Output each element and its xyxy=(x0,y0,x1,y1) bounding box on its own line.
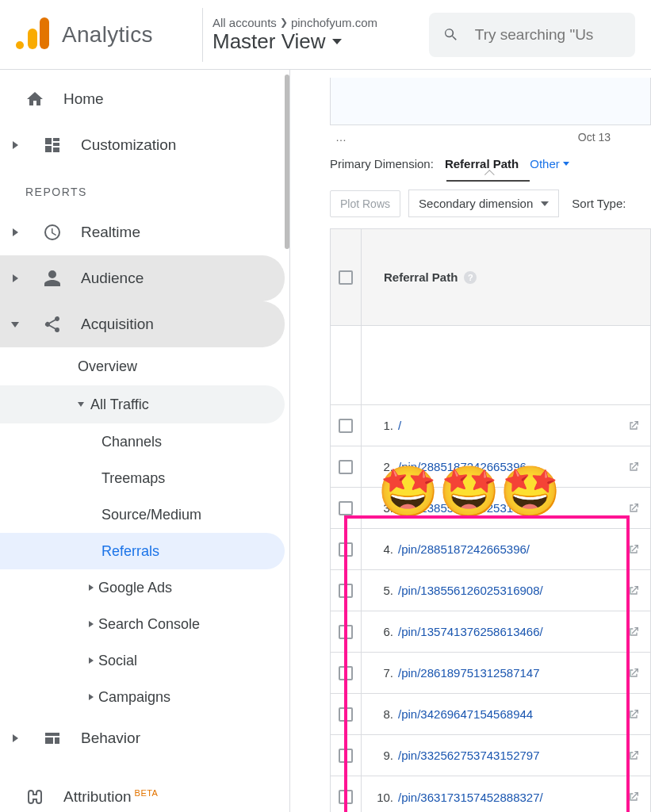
search-input[interactable] xyxy=(475,26,621,44)
app-title: Analytics xyxy=(62,22,153,48)
table-header: Referral Path ? xyxy=(331,229,650,326)
highlight-annotation xyxy=(344,515,630,812)
other-label: Other xyxy=(530,157,560,170)
caret-right-icon xyxy=(6,274,24,282)
nav-search-console-label: Search Console xyxy=(98,616,200,633)
referral-path-link[interactable]: / xyxy=(398,419,617,432)
caret-right-icon xyxy=(89,584,94,591)
nav-audience[interactable]: Audience xyxy=(0,255,285,301)
nav-social[interactable]: Social xyxy=(0,642,285,679)
totals-row xyxy=(331,326,650,405)
nav-realtime[interactable]: Realtime xyxy=(0,209,285,255)
sort-type-label: Sort Type: xyxy=(572,197,626,210)
table-row: 1. / xyxy=(331,405,650,446)
behavior-icon xyxy=(43,729,62,748)
caret-down-icon xyxy=(332,39,342,44)
active-tab-indicator xyxy=(446,177,530,182)
reports-header: REPORTS xyxy=(0,168,289,209)
caret-down-icon xyxy=(6,322,24,327)
caret-right-icon xyxy=(89,657,94,664)
caret-right-icon xyxy=(6,228,24,236)
nav-campaigns[interactable]: Campaigns xyxy=(0,679,285,715)
th-referral-path[interactable]: Referral Path ? xyxy=(362,270,650,284)
nav-google-ads-label: Google Ads xyxy=(98,580,172,596)
logo-block: Analytics xyxy=(16,17,202,52)
header: Analytics All accounts ❯ pinchofyum.com … xyxy=(0,0,651,70)
view-dropdown[interactable]: Master View xyxy=(213,29,377,54)
nav-home[interactable]: Home xyxy=(0,76,285,122)
row-checkbox[interactable] xyxy=(331,460,361,474)
caret-right-icon xyxy=(89,694,94,700)
row-checkbox[interactable] xyxy=(331,501,361,515)
analytics-logo-icon xyxy=(16,17,51,52)
clock-icon xyxy=(43,223,62,242)
nav-treemaps[interactable]: Treemaps xyxy=(0,460,285,496)
th-label: Referral Path xyxy=(384,270,458,284)
share-icon xyxy=(43,315,62,334)
nav-referrals[interactable]: Referrals xyxy=(0,533,285,569)
star-struck-emojis: 🤩🤩🤩 xyxy=(377,462,561,520)
chart-x-start: … xyxy=(335,131,347,144)
nav-all-traffic[interactable]: All Traffic xyxy=(0,385,285,423)
nav-overview[interactable]: Overview xyxy=(0,347,285,385)
caret-down-icon xyxy=(78,402,84,407)
primary-dimension-value[interactable]: Referral Path xyxy=(445,157,519,170)
nav-customization[interactable]: Customization xyxy=(0,122,285,168)
caret-right-icon xyxy=(6,141,24,149)
nav-acquisition[interactable]: Acquisition xyxy=(0,301,285,347)
search-box[interactable] xyxy=(429,13,635,57)
chart-x-date: Oct 13 xyxy=(578,131,611,144)
select-all[interactable] xyxy=(331,270,361,285)
nav-customization-label: Customization xyxy=(81,136,176,154)
other-dropdown[interactable]: Other xyxy=(530,157,569,170)
nav-source-medium[interactable]: Source/Medium xyxy=(0,496,285,533)
nav-campaigns-label: Campaigns xyxy=(98,689,170,706)
nav-behavior[interactable]: Behavior xyxy=(0,715,285,761)
person-icon xyxy=(43,269,62,288)
caret-right-icon xyxy=(89,621,94,627)
scrollbar[interactable] xyxy=(285,75,289,249)
primary-dimension-row: Primary Dimension: Referral Path Other xyxy=(330,157,651,170)
dashboard-icon xyxy=(43,136,62,155)
chart-area[interactable]: … Oct 13 xyxy=(330,78,651,125)
toolbar: Plot Rows Secondary dimension Sort Type: xyxy=(330,190,651,217)
home-icon xyxy=(25,90,44,109)
caret-down-icon xyxy=(541,201,549,206)
open-link-icon[interactable] xyxy=(617,502,650,515)
plot-rows-button[interactable]: Plot Rows xyxy=(330,190,400,217)
row-number: 1. xyxy=(362,419,398,432)
account-selector[interactable]: All accounts ❯ pinchofyum.com Master Vie… xyxy=(202,8,377,62)
nav-attribution-label: AttributionBETA xyxy=(63,788,158,806)
row-checkbox[interactable] xyxy=(331,419,361,433)
search-icon xyxy=(443,25,459,44)
caret-right-icon xyxy=(6,734,24,742)
help-icon[interactable]: ? xyxy=(464,271,477,284)
breadcrumb-account: pinchofyum.com xyxy=(291,16,377,29)
nav-audience-label: Audience xyxy=(81,270,144,287)
nav-search-console[interactable]: Search Console xyxy=(0,606,285,642)
open-link-icon[interactable] xyxy=(617,419,650,432)
open-link-icon[interactable] xyxy=(617,461,650,473)
secondary-dimension-dropdown[interactable]: Secondary dimension xyxy=(408,190,559,217)
nav-behavior-label: Behavior xyxy=(81,730,140,747)
secondary-dimension-label: Secondary dimension xyxy=(419,197,533,210)
chevron-right-icon: ❯ xyxy=(280,17,288,28)
nav-google-ads[interactable]: Google Ads xyxy=(0,569,285,606)
sidebar: Home Customization REPORTS Realtime Audi… xyxy=(0,70,289,812)
nav-realtime-label: Realtime xyxy=(81,224,140,241)
primary-dimension-label: Primary Dimension: xyxy=(330,157,434,170)
nav-channels[interactable]: Channels xyxy=(0,423,285,460)
view-name: Master View xyxy=(213,29,326,54)
caret-down-icon xyxy=(563,162,569,166)
nav-social-label: Social xyxy=(98,653,137,669)
breadcrumb-all: All accounts xyxy=(213,16,277,29)
breadcrumb: All accounts ❯ pinchofyum.com xyxy=(213,16,377,29)
attribution-icon xyxy=(25,787,44,806)
nav-acquisition-label: Acquisition xyxy=(81,316,154,333)
nav-all-traffic-label: All Traffic xyxy=(90,396,149,413)
nav-home-label: Home xyxy=(63,90,104,108)
nav-attribution[interactable]: AttributionBETA xyxy=(0,774,285,812)
